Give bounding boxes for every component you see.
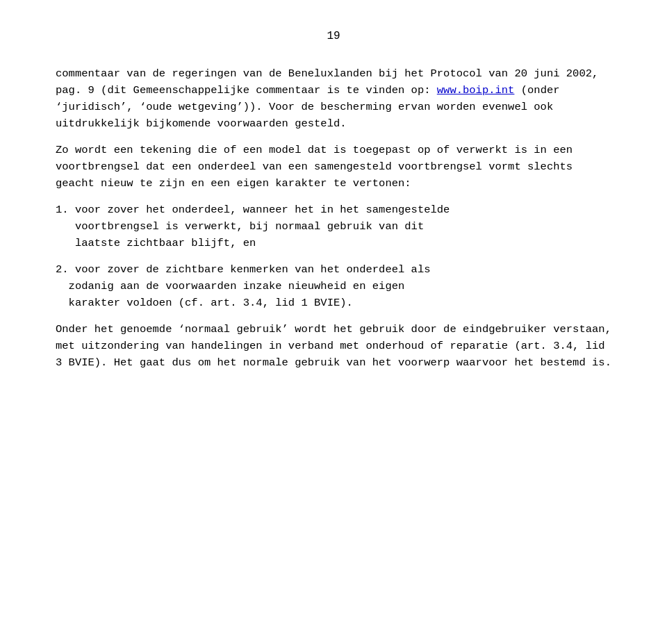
list-item-2-content: voor zover de zichtbare kenmerken van he… (56, 263, 431, 309)
page-number: 19 (56, 28, 611, 44)
page-number-text: 19 (327, 30, 340, 42)
page-container: 19 commentaar van de regeringen van de B… (0, 0, 667, 644)
paragraph-3-text: Onder het genoemde ‘normaal gebruik’ wor… (56, 323, 611, 369)
list-item-1: 1. voor zover het onderdeel, wanneer het… (56, 201, 611, 251)
main-content: commentaar van de regeringen van de Bene… (56, 65, 611, 371)
paragraph-2-text: Zo wordt een tekening die of een model d… (56, 144, 573, 190)
boip-link[interactable]: www.boip.int (437, 84, 515, 97)
paragraph-2: Zo wordt een tekening die of een model d… (56, 142, 611, 192)
list-item-2: 2. voor zover de zichtbare kenmerken van… (56, 261, 611, 311)
paragraph-1: commentaar van de regeringen van de Bene… (56, 65, 611, 132)
list-item-2-number: 2. (56, 263, 75, 276)
list-item-1-number: 1. (56, 204, 75, 216)
list-item-1-content: voor zover het onderdeel, wanneer het in… (56, 204, 450, 249)
paragraph-3: Onder het genoemde ‘normaal gebruik’ wor… (56, 321, 611, 371)
